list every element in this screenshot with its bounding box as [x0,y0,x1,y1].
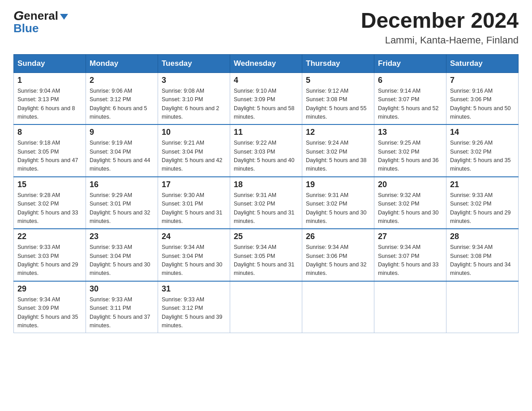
sunrise-label: Sunrise: 9:22 AM [234,140,276,146]
day-number: 2 [90,76,154,85]
daylight-label: Daylight: 5 hours and 55 minutes. [306,105,367,120]
col-header-tuesday: Tuesday [158,54,230,73]
daylight-label: Daylight: 5 hours and 29 minutes. [450,210,511,224]
daylight-label: Daylight: 5 hours and 39 minutes. [162,314,223,329]
day-info: Sunrise: 9:04 AM Sunset: 3:13 PM Dayligh… [17,87,82,122]
col-header-friday: Friday [374,54,446,73]
table-row: 17 Sunrise: 9:30 AM Sunset: 3:01 PM Dayl… [158,177,230,229]
day-info: Sunrise: 9:24 AM Sunset: 3:02 PM Dayligh… [306,139,370,174]
sunset-label: Sunset: 3:02 PM [306,149,347,155]
calendar-week-1: 1 Sunrise: 9:04 AM Sunset: 3:13 PM Dayli… [14,73,519,124]
daylight-label: Daylight: 5 hours and 29 minutes. [17,261,78,276]
day-number: 5 [306,76,370,85]
sunrise-label: Sunrise: 9:28 AM [17,192,60,198]
daylight-label: Daylight: 5 hours and 40 minutes. [234,157,295,172]
sunrise-label: Sunrise: 9:29 AM [90,192,132,198]
logo: G eneral Blue [13,9,68,34]
col-header-monday: Monday [86,54,158,73]
sunset-label: Sunset: 3:06 PM [306,253,347,259]
day-info: Sunrise: 9:31 AM Sunset: 3:02 PM Dayligh… [306,191,370,226]
page-location: Lammi, Kanta-Haeme, Finland [361,34,519,46]
sunrise-label: Sunrise: 9:33 AM [90,244,132,250]
table-row: 23 Sunrise: 9:33 AM Sunset: 3:04 PM Dayl… [86,229,158,281]
day-number: 18 [234,180,298,189]
table-row: 15 Sunrise: 9:28 AM Sunset: 3:02 PM Dayl… [14,177,86,229]
day-number: 1 [17,76,82,85]
sunset-label: Sunset: 3:06 PM [450,96,491,103]
table-row: 29 Sunrise: 9:34 AM Sunset: 3:09 PM Dayl… [14,281,86,333]
calendar-week-3: 15 Sunrise: 9:28 AM Sunset: 3:02 PM Dayl… [14,177,519,229]
daylight-label: Daylight: 5 hours and 32 minutes. [90,210,150,224]
sunrise-label: Sunrise: 9:04 AM [17,88,60,94]
daylight-label: Daylight: 5 hours and 30 minutes. [378,210,439,224]
sunrise-label: Sunrise: 9:25 AM [378,140,420,146]
sunset-label: Sunset: 3:02 PM [234,201,275,207]
daylight-label: Daylight: 5 hours and 33 minutes. [378,261,439,276]
day-info: Sunrise: 9:21 AM Sunset: 3:04 PM Dayligh… [162,139,226,174]
table-row: 20 Sunrise: 9:32 AM Sunset: 3:02 PM Dayl… [374,177,446,229]
col-header-saturday: Saturday [446,54,519,73]
sunset-label: Sunset: 3:13 PM [17,96,59,103]
day-number: 8 [17,128,82,137]
daylight-label: Daylight: 5 hours and 34 minutes. [450,261,511,276]
table-row [374,281,446,333]
table-row: 9 Sunrise: 9:19 AM Sunset: 3:04 PM Dayli… [86,124,158,177]
day-info: Sunrise: 9:31 AM Sunset: 3:02 PM Dayligh… [234,191,298,226]
logo-g: G [13,9,24,22]
day-info: Sunrise: 9:29 AM Sunset: 3:01 PM Dayligh… [90,191,154,226]
daylight-label: Daylight: 5 hours and 31 minutes. [234,261,295,276]
sunset-label: Sunset: 3:04 PM [162,253,203,259]
day-number: 17 [162,180,226,189]
sunrise-label: Sunrise: 9:10 AM [234,88,276,94]
table-row: 1 Sunrise: 9:04 AM Sunset: 3:13 PM Dayli… [14,73,86,124]
table-row: 18 Sunrise: 9:31 AM Sunset: 3:02 PM Dayl… [230,177,302,229]
sunrise-label: Sunrise: 9:34 AM [306,244,348,250]
day-info: Sunrise: 9:16 AM Sunset: 3:06 PM Dayligh… [450,87,515,122]
day-info: Sunrise: 9:34 AM Sunset: 3:05 PM Dayligh… [234,243,298,278]
day-number: 3 [162,76,226,85]
table-row [302,281,374,333]
sunset-label: Sunset: 3:05 PM [234,253,275,259]
daylight-label: Daylight: 5 hours and 58 minutes. [234,105,295,120]
day-info: Sunrise: 9:10 AM Sunset: 3:09 PM Dayligh… [234,87,298,122]
day-number: 24 [162,232,226,241]
day-info: Sunrise: 9:26 AM Sunset: 3:02 PM Dayligh… [450,139,515,174]
table-row: 8 Sunrise: 9:18 AM Sunset: 3:05 PM Dayli… [14,124,86,177]
day-number: 16 [90,180,154,189]
day-info: Sunrise: 9:33 AM Sunset: 3:02 PM Dayligh… [450,191,515,226]
sunrise-label: Sunrise: 9:33 AM [17,244,60,250]
sunrise-label: Sunrise: 9:19 AM [90,140,132,146]
daylight-label: Daylight: 5 hours and 32 minutes. [306,261,367,276]
table-row: 11 Sunrise: 9:22 AM Sunset: 3:03 PM Dayl… [230,124,302,177]
day-number: 4 [234,76,298,85]
daylight-label: Daylight: 6 hours and 8 minutes. [17,105,75,120]
sunrise-label: Sunrise: 9:34 AM [378,244,420,250]
day-number: 11 [234,128,298,137]
sunrise-label: Sunrise: 9:21 AM [162,140,204,146]
day-info: Sunrise: 9:34 AM Sunset: 3:09 PM Dayligh… [17,295,82,330]
table-row [230,281,302,333]
daylight-label: Daylight: 5 hours and 35 minutes. [450,157,511,172]
daylight-label: Daylight: 5 hours and 30 minutes. [306,210,367,224]
sunset-label: Sunset: 3:10 PM [162,96,203,103]
sunset-label: Sunset: 3:09 PM [234,96,275,103]
day-number: 25 [234,232,298,241]
day-number: 21 [450,180,515,189]
daylight-label: Daylight: 5 hours and 44 minutes. [90,157,150,172]
sunrise-label: Sunrise: 9:34 AM [162,244,204,250]
sunrise-label: Sunrise: 9:18 AM [17,140,60,146]
daylight-label: Daylight: 5 hours and 42 minutes. [162,157,223,172]
sunrise-label: Sunrise: 9:33 AM [90,296,132,303]
sunrise-label: Sunrise: 9:30 AM [162,192,204,198]
daylight-label: Daylight: 5 hours and 50 minutes. [450,105,511,120]
day-number: 19 [306,180,370,189]
sunrise-label: Sunrise: 9:34 AM [450,244,493,250]
day-number: 14 [450,128,515,137]
day-info: Sunrise: 9:19 AM Sunset: 3:04 PM Dayligh… [90,139,154,174]
daylight-label: Daylight: 5 hours and 30 minutes. [162,261,223,276]
daylight-label: Daylight: 5 hours and 47 minutes. [17,157,78,172]
sunset-label: Sunset: 3:04 PM [90,253,131,259]
daylight-label: Daylight: 5 hours and 37 minutes. [90,314,150,329]
sunset-label: Sunset: 3:04 PM [90,149,131,155]
sunset-label: Sunset: 3:08 PM [450,253,491,259]
